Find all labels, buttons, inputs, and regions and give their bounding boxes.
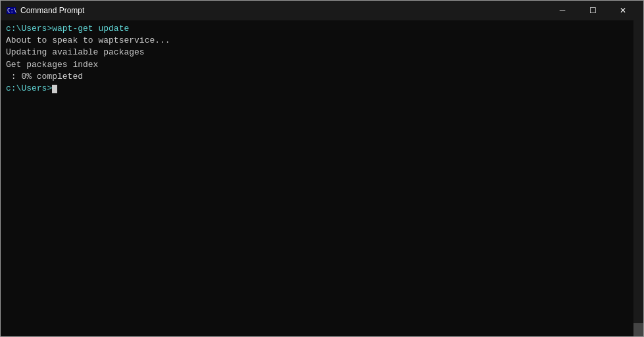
terminal-output: c:\Users>wapt-get update About to speak …: [6, 23, 638, 95]
minimize-button[interactable]: ─: [547, 1, 578, 20]
terminal-line: Get packages index: [6, 59, 638, 71]
window-title: Command Prompt: [20, 6, 547, 15]
scrollbar[interactable]: [633, 20, 643, 336]
terminal-prompt-line: c:\Users>: [6, 83, 638, 95]
terminal-line: : 0% completed: [6, 71, 638, 83]
terminal-body[interactable]: c:\Users>wapt-get update About to speak …: [1, 20, 643, 336]
window-controls: ─ ☐ ✕: [547, 1, 638, 20]
terminal-line: c:\Users>wapt-get update: [6, 23, 638, 35]
svg-text:C:\: C:\: [7, 8, 16, 14]
maximize-button[interactable]: ☐: [578, 1, 608, 20]
cursor: [52, 85, 57, 93]
cmd-icon: C:\: [6, 5, 16, 16]
scrollbar-thumb[interactable]: [633, 323, 643, 336]
command-prompt-window: C:\ Command Prompt ─ ☐ ✕ c:\Users>wapt-g…: [0, 0, 644, 337]
close-button[interactable]: ✕: [608, 1, 638, 20]
terminal-line: About to speak to waptservice...: [6, 35, 638, 47]
terminal-line: Updating available packages: [6, 47, 638, 58]
title-bar: C:\ Command Prompt ─ ☐ ✕: [1, 1, 643, 20]
